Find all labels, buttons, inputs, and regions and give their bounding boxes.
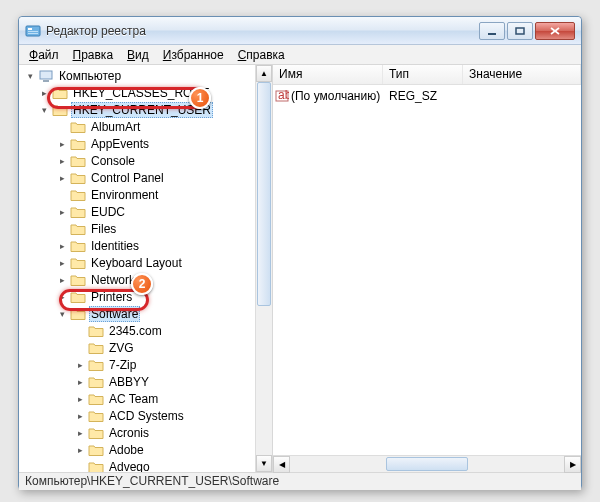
tree-hkcu-child[interactable]: ▸Network (23, 271, 272, 288)
tree-hkcu-child[interactable]: ▸Console (23, 152, 272, 169)
folder-icon (88, 391, 104, 407)
app-icon (25, 23, 41, 39)
expand-toggle[interactable]: ▸ (57, 257, 68, 268)
col-type[interactable]: Тип (383, 65, 463, 84)
tree-hkcu-child[interactable]: ▸Identities (23, 237, 272, 254)
menu-edit[interactable]: Правка (67, 46, 120, 64)
close-button[interactable] (535, 22, 575, 40)
maximize-button[interactable] (507, 22, 533, 40)
col-value[interactable]: Значение (463, 65, 581, 84)
folder-icon (70, 136, 86, 152)
svg-rect-5 (516, 28, 524, 34)
tree-label: AC Team (107, 392, 160, 406)
svg-rect-8 (40, 71, 52, 79)
expand-toggle[interactable]: ▸ (75, 359, 86, 370)
tree-hkcu-child[interactable]: ▸Control Panel (23, 169, 272, 186)
scroll-down-button[interactable]: ▼ (256, 455, 272, 472)
expand-toggle[interactable]: ▸ (75, 393, 86, 404)
tree-label: Software (89, 306, 140, 322)
value-columns[interactable]: Имя Тип Значение (273, 65, 581, 85)
folder-icon (70, 119, 86, 135)
tree-hkcu-child[interactable]: ▸Printers (23, 288, 272, 305)
tree-hkcu-child[interactable]: ▸AppEvents (23, 135, 272, 152)
folder-icon (52, 102, 68, 118)
tree-label: Advego (107, 460, 152, 473)
value-name: (По умолчанию) (291, 89, 389, 103)
tree-software-child[interactable]: 2345.com (23, 322, 272, 339)
menu-help[interactable]: Справка (232, 46, 291, 64)
tree-software-child[interactable]: ▸AC Team (23, 390, 272, 407)
tree-software-child[interactable]: ▸Adobe (23, 441, 272, 458)
scroll-left-button[interactable]: ◀ (273, 456, 290, 473)
scroll-right-button[interactable]: ▶ (564, 456, 581, 473)
tree-label: Control Panel (89, 171, 166, 185)
expand-toggle[interactable]: ▾ (57, 308, 68, 319)
menu-fav[interactable]: Избранное (157, 46, 230, 64)
tree-label: HKEY_CLASSES_ROOT (71, 86, 211, 100)
folder-icon (88, 459, 104, 473)
folder-icon (88, 442, 104, 458)
tree-label: Компьютер (57, 69, 123, 83)
tree-hkcu[interactable]: ▾HKEY_CURRENT_USER (23, 101, 272, 118)
menubar: ФФайлайл Правка Вид Избранное Справка (19, 45, 581, 65)
tree-vscrollbar[interactable]: ▲ ▼ (255, 65, 272, 472)
folder-icon (88, 340, 104, 356)
tree-hkcu-child[interactable]: ▸Keyboard Layout (23, 254, 272, 271)
tree-software-child[interactable]: ▸Acronis (23, 424, 272, 441)
value-row[interactable]: ab (По умолчанию) REG_SZ (273, 87, 581, 105)
expand-toggle[interactable]: ▸ (75, 427, 86, 438)
folder-icon (70, 306, 86, 322)
hscroll-thumb[interactable] (386, 457, 468, 471)
expand-toggle[interactable]: ▸ (75, 376, 86, 387)
expand-toggle[interactable]: ▾ (39, 104, 50, 115)
tree-label: AlbumArt (89, 120, 142, 134)
folder-icon (70, 187, 86, 203)
col-name[interactable]: Имя (273, 65, 383, 84)
tree-label: Adobe (107, 443, 146, 457)
tree-label: 7-Zip (107, 358, 138, 372)
tree-label: EUDC (89, 205, 127, 219)
scroll-track[interactable] (256, 82, 272, 455)
tree-software-child[interactable]: ▸ABBYY (23, 373, 272, 390)
scroll-thumb[interactable] (257, 82, 271, 306)
expand-toggle[interactable]: ▸ (57, 138, 68, 149)
minimize-button[interactable] (479, 22, 505, 40)
value-list[interactable]: ab (По умолчанию) REG_SZ (273, 85, 581, 455)
string-value-icon: ab (273, 89, 291, 103)
expand-toggle[interactable]: ▸ (57, 291, 68, 302)
hscroll-track[interactable] (290, 456, 564, 472)
expand-toggle[interactable]: ▸ (57, 274, 68, 285)
expand-toggle[interactable]: ▸ (57, 155, 68, 166)
expand-toggle[interactable]: ▸ (57, 206, 68, 217)
folder-icon (70, 238, 86, 254)
expand-toggle[interactable]: ▸ (75, 444, 86, 455)
menu-file[interactable]: ФФайлайл (23, 46, 65, 64)
value-hscrollbar[interactable]: ◀ ▶ (273, 455, 581, 472)
tree-hkcu-child[interactable]: AlbumArt (23, 118, 272, 135)
scroll-up-button[interactable]: ▲ (256, 65, 272, 82)
folder-icon (70, 272, 86, 288)
tree-software-child[interactable]: Advego (23, 458, 272, 472)
expand-toggle[interactable]: ▸ (57, 240, 68, 251)
expand-toggle[interactable]: ▸ (57, 172, 68, 183)
svg-rect-2 (28, 31, 38, 32)
tree-software-child[interactable]: ▸ACD Systems (23, 407, 272, 424)
tree-hkcu-child[interactable]: Environment (23, 186, 272, 203)
tree-label: Console (89, 154, 137, 168)
expand-toggle[interactable]: ▸ (75, 410, 86, 421)
svg-rect-9 (43, 80, 49, 82)
tree-label: ABBYY (107, 375, 151, 389)
expand-toggle[interactable]: ▸ (39, 87, 50, 98)
tree-hkcu-child[interactable]: Files (23, 220, 272, 237)
svg-rect-1 (28, 28, 32, 30)
tree-hkcr[interactable]: ▸HKEY_CLASSES_ROOT (23, 84, 272, 101)
titlebar[interactable]: Редактор реестра (19, 17, 581, 45)
tree-software[interactable]: ▾Software (23, 305, 272, 322)
menu-view[interactable]: Вид (121, 46, 155, 64)
folder-icon (52, 85, 68, 101)
tree-hkcu-child[interactable]: ▸EUDC (23, 203, 272, 220)
expand-toggle[interactable]: ▾ (25, 70, 36, 81)
tree-software-child[interactable]: ZVG (23, 339, 272, 356)
tree-root[interactable]: ▾Компьютер (23, 67, 272, 84)
tree-software-child[interactable]: ▸7-Zip (23, 356, 272, 373)
